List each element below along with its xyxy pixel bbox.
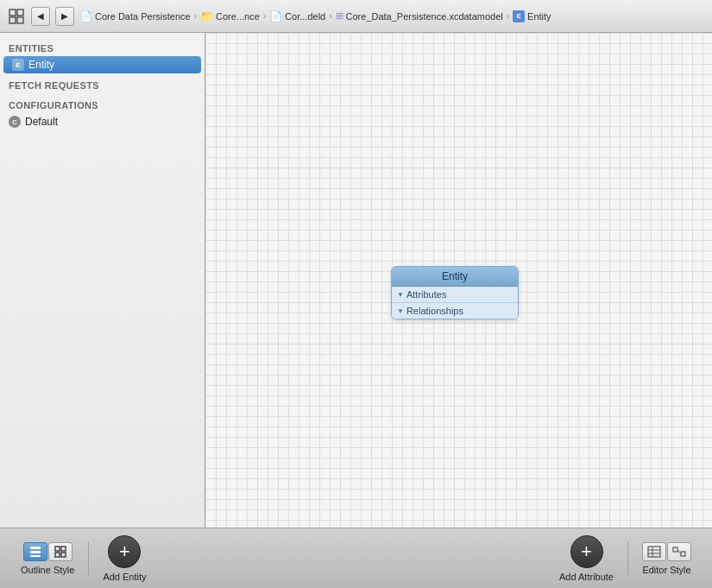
entity-card-relationships[interactable]: ▼ Relationships [392, 303, 518, 319]
svg-rect-10 [61, 553, 66, 557]
svg-rect-4 [30, 547, 41, 549]
bottom-toolbar: Outline Style + Add Entity + Add Attribu… [0, 528, 712, 588]
fetch-requests-section-label: FETCH REQUESTS [0, 73, 205, 93]
svg-rect-1 [17, 9, 23, 16]
top-toolbar: ◀ ▶ 📄 Core Data Persistence › 📁 Core...n… [0, 0, 712, 33]
outline-style-button[interactable]: Outline Style [14, 539, 81, 579]
svg-rect-7 [55, 547, 60, 551]
svg-rect-6 [30, 555, 41, 557]
editor-icon-table[interactable] [642, 542, 666, 561]
main-area: ENTITIES E Entity FETCH REQUESTS CONFIGU… [0, 33, 712, 528]
breadcrumb-item-3[interactable]: 📄 Cor...deld [269, 10, 325, 22]
entity-card-attributes[interactable]: ▼ Attributes [392, 287, 518, 303]
breadcrumb: 📄 Core Data Persistence › 📁 Core...nce ›… [79, 10, 705, 22]
editor-style-button[interactable]: Editor Style [635, 539, 698, 579]
editor-icon-graph[interactable] [667, 542, 691, 561]
svg-rect-3 [17, 17, 23, 23]
divider-2 [627, 541, 628, 576]
entity-sidebar-icon: E [12, 59, 24, 71]
outline-style-label: Outline Style [21, 565, 74, 575]
add-attribute-label: Add Attribute [559, 572, 614, 582]
breadcrumb-item-1[interactable]: 📄 Core Data Persistence [79, 10, 191, 22]
forward-button[interactable]: ▶ [55, 7, 74, 26]
add-entity-circle[interactable]: + [108, 535, 141, 568]
configurations-section-label: CONFIGURATIONS [0, 93, 205, 113]
sidebar: ENTITIES E Entity FETCH REQUESTS CONFIGU… [0, 33, 205, 528]
config-icon: C [9, 116, 21, 128]
outline-icon-left[interactable] [23, 542, 47, 561]
breadcrumb-sep-1: › [194, 11, 197, 21]
svg-rect-8 [61, 547, 66, 551]
entity-icon: E [513, 10, 525, 22]
breadcrumb-item-2[interactable]: 📁 Core...nce [200, 10, 260, 22]
outline-style-icons [23, 542, 72, 561]
entity-card-title: Entity [392, 267, 518, 287]
grid-view-icon[interactable] [7, 7, 26, 26]
add-attribute-circle[interactable]: + [570, 535, 603, 568]
breadcrumb-sep-2: › [263, 11, 266, 21]
svg-rect-9 [55, 553, 60, 557]
sidebar-item-default[interactable]: C Default [0, 113, 205, 130]
editor-style-label: Editor Style [642, 565, 690, 575]
entities-section-label: ENTITIES [0, 36, 205, 56]
relationships-triangle-icon: ▼ [397, 307, 404, 315]
add-attribute-button[interactable]: + Add Attribute [552, 532, 621, 585]
entity-card[interactable]: Entity ▼ Attributes ▼ Relationships [391, 266, 519, 319]
breadcrumb-item-5[interactable]: E Entity [513, 10, 551, 22]
add-entity-button[interactable]: + Add Entity [96, 532, 153, 585]
attributes-triangle-icon: ▼ [397, 291, 404, 299]
outline-icon-right[interactable] [48, 542, 72, 561]
divider-1 [88, 541, 89, 576]
editor-style-icons [642, 542, 691, 561]
svg-rect-5 [30, 551, 41, 553]
canvas[interactable]: Entity ▼ Attributes ▼ Relationships [205, 33, 712, 528]
svg-rect-11 [648, 547, 660, 557]
sidebar-item-entity[interactable]: E Entity [3, 56, 201, 73]
back-button[interactable]: ◀ [31, 7, 50, 26]
svg-rect-2 [9, 17, 16, 23]
add-entity-label: Add Entity [103, 572, 146, 582]
svg-rect-0 [9, 9, 16, 16]
breadcrumb-sep-4: › [507, 11, 509, 21]
svg-rect-15 [673, 547, 677, 552]
breadcrumb-item-4[interactable]: ⊞ Core_Data_Persistence.xcdatamodel [336, 10, 503, 22]
breadcrumb-sep-3: › [329, 11, 331, 21]
svg-rect-16 [681, 552, 685, 556]
